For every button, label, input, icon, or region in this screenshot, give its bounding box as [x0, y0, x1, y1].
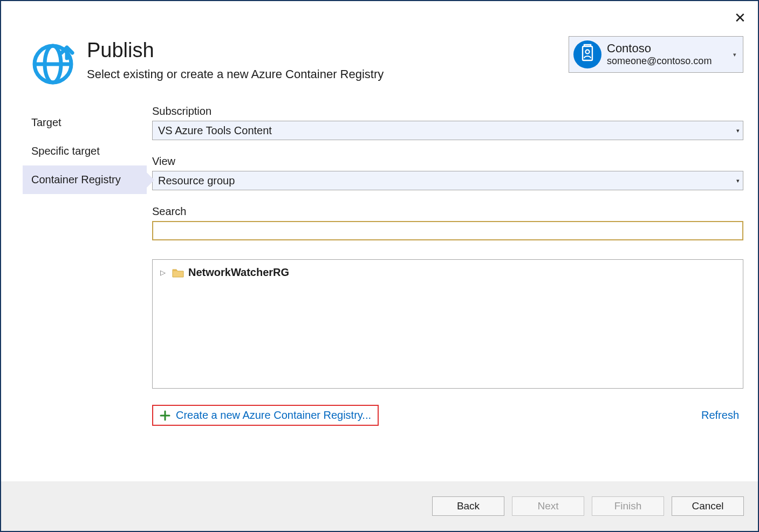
- view-label: View: [152, 155, 743, 168]
- dialog-footer: Back Next Finish Cancel: [1, 481, 758, 531]
- publish-globe-icon: [31, 42, 75, 86]
- svg-rect-6: [58, 42, 75, 59]
- account-email: someone@contoso.com: [607, 56, 729, 67]
- sidebar-item-container-registry[interactable]: Container Registry: [23, 165, 147, 194]
- expand-icon[interactable]: ▷: [160, 268, 168, 277]
- sidebar-item-label: Target: [31, 116, 61, 128]
- wizard-sidebar: Target Specific target Container Registr…: [23, 105, 147, 481]
- create-new-registry-label: Create a new Azure Container Registry...: [176, 409, 371, 422]
- sidebar-item-label: Specific target: [31, 145, 100, 157]
- tree-item-label: NetworkWatcherRG: [188, 266, 289, 279]
- subscription-dropdown[interactable]: VS Azure Tools Content ▾: [152, 121, 743, 140]
- resource-tree[interactable]: ▷ NetworkWatcherRG: [152, 259, 743, 389]
- subscription-label: Subscription: [152, 105, 743, 118]
- tree-item[interactable]: ▷ NetworkWatcherRG: [160, 266, 735, 279]
- publish-dialog: ✕ Contoso someone@contoso.com ▾: [0, 0, 759, 532]
- close-icon: ✕: [734, 10, 746, 26]
- dialog-title: Publish: [87, 39, 384, 62]
- sidebar-item-specific-target[interactable]: Specific target: [23, 137, 147, 165]
- account-info: Contoso someone@contoso.com: [607, 42, 729, 66]
- chevron-down-icon: ▾: [731, 51, 739, 58]
- sidebar-item-target[interactable]: Target: [23, 108, 147, 137]
- chevron-down-icon: ▾: [736, 127, 740, 134]
- back-button[interactable]: Back: [432, 496, 504, 516]
- dialog-subtitle: Select existing or create a new Azure Co…: [87, 67, 384, 81]
- account-selector[interactable]: Contoso someone@contoso.com ▾: [569, 36, 743, 73]
- account-badge-icon: [573, 40, 601, 68]
- subscription-value: VS Azure Tools Content: [158, 125, 736, 137]
- sidebar-item-label: Container Registry: [31, 174, 121, 185]
- view-value: Resource group: [158, 175, 736, 187]
- view-dropdown[interactable]: Resource group ▾: [152, 171, 743, 190]
- search-label: Search: [152, 205, 743, 218]
- chevron-down-icon: ▾: [736, 177, 740, 184]
- finish-button: Finish: [592, 496, 664, 516]
- account-name: Contoso: [607, 42, 729, 55]
- next-button: Next: [512, 496, 584, 516]
- folder-icon: [172, 268, 184, 278]
- main-panel: Subscription VS Azure Tools Content ▾ Vi…: [147, 105, 743, 481]
- create-new-registry-link[interactable]: Create a new Azure Container Registry...: [152, 405, 379, 426]
- close-button[interactable]: ✕: [734, 11, 746, 25]
- plus-icon: [160, 410, 170, 421]
- cancel-button[interactable]: Cancel: [672, 496, 744, 516]
- search-input[interactable]: [152, 221, 743, 240]
- refresh-link[interactable]: Refresh: [701, 409, 743, 422]
